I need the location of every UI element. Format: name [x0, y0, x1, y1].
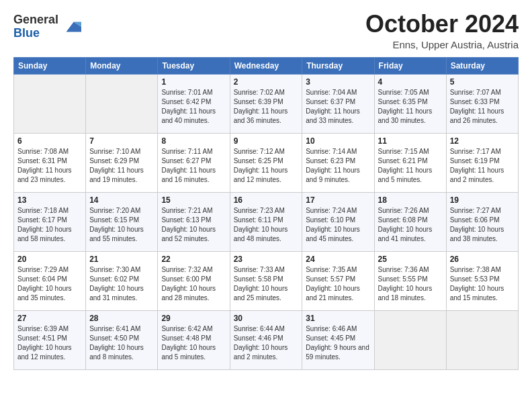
header: General Blue October 2024 Enns, Upper Au…	[13, 11, 519, 50]
calendar-cell: 10Sunrise: 7:14 AM Sunset: 6:23 PM Dayli…	[302, 133, 374, 192]
day-detail: Sunrise: 7:18 AM Sunset: 6:17 PM Dayligh…	[17, 206, 82, 244]
day-detail: Sunrise: 7:23 AM Sunset: 6:11 PM Dayligh…	[234, 206, 299, 244]
day-detail: Sunrise: 7:08 AM Sunset: 6:31 PM Dayligh…	[17, 147, 82, 185]
calendar-body: 1Sunrise: 7:01 AM Sunset: 6:42 PM Daylig…	[14, 74, 519, 369]
calendar-header: SundayMondayTuesdayWednesdayThursdayFrid…	[14, 57, 519, 74]
week-row-2: 6Sunrise: 7:08 AM Sunset: 6:31 PM Daylig…	[14, 133, 519, 192]
calendar-page: General Blue October 2024 Enns, Upper Au…	[0, 0, 532, 411]
calendar-cell	[86, 74, 158, 133]
day-number: 18	[378, 195, 443, 205]
day-number: 1	[161, 77, 226, 87]
day-number: 23	[234, 255, 299, 264]
calendar-table: SundayMondayTuesdayWednesdayThursdayFrid…	[13, 57, 519, 370]
calendar-cell: 28Sunrise: 6:41 AM Sunset: 4:50 PM Dayli…	[86, 310, 158, 369]
col-header-wednesday: Wednesday	[230, 57, 302, 74]
day-number: 22	[161, 255, 226, 264]
calendar-cell: 2Sunrise: 7:02 AM Sunset: 6:39 PM Daylig…	[230, 74, 302, 133]
calendar-cell: 31Sunrise: 6:46 AM Sunset: 4:45 PM Dayli…	[302, 310, 374, 369]
logo-blue: Blue	[13, 27, 58, 40]
day-detail: Sunrise: 6:44 AM Sunset: 4:46 PM Dayligh…	[234, 324, 299, 362]
day-detail: Sunrise: 7:20 AM Sunset: 6:15 PM Dayligh…	[89, 206, 154, 244]
day-number: 29	[161, 314, 226, 323]
calendar-cell: 22Sunrise: 7:32 AM Sunset: 6:00 PM Dayli…	[158, 251, 230, 310]
calendar-cell: 1Sunrise: 7:01 AM Sunset: 6:42 PM Daylig…	[158, 74, 230, 133]
day-detail: Sunrise: 7:14 AM Sunset: 6:23 PM Dayligh…	[306, 147, 370, 185]
logo-icon	[61, 17, 81, 37]
calendar-cell: 29Sunrise: 6:42 AM Sunset: 4:48 PM Dayli…	[158, 310, 230, 369]
day-number: 8	[161, 136, 226, 146]
day-number: 2	[234, 77, 299, 87]
day-detail: Sunrise: 7:11 AM Sunset: 6:27 PM Dayligh…	[161, 147, 226, 185]
day-number: 24	[306, 255, 370, 264]
calendar-cell: 15Sunrise: 7:21 AM Sunset: 6:13 PM Dayli…	[158, 192, 230, 251]
calendar-cell	[14, 74, 86, 133]
day-number: 6	[17, 136, 82, 146]
col-header-tuesday: Tuesday	[158, 57, 230, 74]
week-row-3: 13Sunrise: 7:18 AM Sunset: 6:17 PM Dayli…	[14, 192, 519, 251]
calendar-cell: 6Sunrise: 7:08 AM Sunset: 6:31 PM Daylig…	[14, 133, 86, 192]
calendar-cell: 21Sunrise: 7:30 AM Sunset: 6:02 PM Dayli…	[86, 251, 158, 310]
day-detail: Sunrise: 7:32 AM Sunset: 6:00 PM Dayligh…	[161, 265, 226, 303]
calendar-cell: 5Sunrise: 7:07 AM Sunset: 6:33 PM Daylig…	[446, 74, 518, 133]
day-number: 4	[378, 77, 443, 87]
day-detail: Sunrise: 7:30 AM Sunset: 6:02 PM Dayligh…	[89, 265, 154, 303]
day-number: 3	[306, 77, 370, 87]
calendar-cell: 26Sunrise: 7:38 AM Sunset: 5:53 PM Dayli…	[446, 251, 518, 310]
day-detail: Sunrise: 6:46 AM Sunset: 4:45 PM Dayligh…	[306, 324, 370, 362]
day-number: 16	[234, 195, 299, 205]
day-number: 5	[450, 77, 515, 87]
col-header-monday: Monday	[86, 57, 158, 74]
day-number: 30	[234, 314, 299, 323]
col-header-saturday: Saturday	[446, 57, 518, 74]
calendar-cell: 23Sunrise: 7:33 AM Sunset: 5:58 PM Dayli…	[230, 251, 302, 310]
day-detail: Sunrise: 6:42 AM Sunset: 4:48 PM Dayligh…	[161, 324, 226, 362]
day-number: 9	[234, 136, 299, 146]
day-detail: Sunrise: 7:24 AM Sunset: 6:10 PM Dayligh…	[306, 206, 370, 244]
day-number: 7	[89, 136, 154, 146]
logo-general: General	[13, 13, 58, 27]
day-detail: Sunrise: 7:27 AM Sunset: 6:06 PM Dayligh…	[450, 206, 515, 244]
col-header-thursday: Thursday	[302, 57, 374, 74]
week-row-5: 27Sunrise: 6:39 AM Sunset: 4:51 PM Dayli…	[14, 310, 519, 369]
calendar-cell: 30Sunrise: 6:44 AM Sunset: 4:46 PM Dayli…	[230, 310, 302, 369]
calendar-cell: 3Sunrise: 7:04 AM Sunset: 6:37 PM Daylig…	[302, 74, 374, 133]
day-detail: Sunrise: 7:05 AM Sunset: 6:35 PM Dayligh…	[378, 88, 443, 126]
week-row-1: 1Sunrise: 7:01 AM Sunset: 6:42 PM Daylig…	[14, 74, 519, 133]
day-number: 25	[378, 255, 443, 264]
calendar-cell: 8Sunrise: 7:11 AM Sunset: 6:27 PM Daylig…	[158, 133, 230, 192]
calendar-cell: 4Sunrise: 7:05 AM Sunset: 6:35 PM Daylig…	[374, 74, 446, 133]
day-detail: Sunrise: 7:12 AM Sunset: 6:25 PM Dayligh…	[234, 147, 299, 185]
calendar-cell: 12Sunrise: 7:17 AM Sunset: 6:19 PM Dayli…	[446, 133, 518, 192]
day-number: 15	[161, 195, 226, 205]
calendar-cell: 18Sunrise: 7:26 AM Sunset: 6:08 PM Dayli…	[374, 192, 446, 251]
calendar-cell: 7Sunrise: 7:10 AM Sunset: 6:29 PM Daylig…	[86, 133, 158, 192]
day-number: 21	[89, 255, 154, 264]
day-detail: Sunrise: 7:26 AM Sunset: 6:08 PM Dayligh…	[378, 206, 443, 244]
day-number: 10	[306, 136, 370, 146]
day-detail: Sunrise: 7:17 AM Sunset: 6:19 PM Dayligh…	[450, 147, 515, 185]
calendar-cell: 17Sunrise: 7:24 AM Sunset: 6:10 PM Dayli…	[302, 192, 374, 251]
day-detail: Sunrise: 7:07 AM Sunset: 6:33 PM Dayligh…	[450, 88, 515, 126]
day-detail: Sunrise: 7:35 AM Sunset: 5:57 PM Dayligh…	[306, 265, 370, 303]
calendar-cell: 25Sunrise: 7:36 AM Sunset: 5:55 PM Dayli…	[374, 251, 446, 310]
day-number: 19	[450, 195, 515, 205]
title-area: October 2024 Enns, Upper Austria, Austri…	[365, 11, 519, 50]
day-detail: Sunrise: 6:41 AM Sunset: 4:50 PM Dayligh…	[89, 324, 154, 362]
calendar-cell: 27Sunrise: 6:39 AM Sunset: 4:51 PM Dayli…	[14, 310, 86, 369]
day-detail: Sunrise: 7:21 AM Sunset: 6:13 PM Dayligh…	[161, 206, 226, 244]
col-header-sunday: Sunday	[14, 57, 86, 74]
day-detail: Sunrise: 7:29 AM Sunset: 6:04 PM Dayligh…	[17, 265, 82, 303]
day-detail: Sunrise: 7:02 AM Sunset: 6:39 PM Dayligh…	[234, 88, 299, 126]
day-detail: Sunrise: 6:39 AM Sunset: 4:51 PM Dayligh…	[17, 324, 82, 362]
calendar-cell: 11Sunrise: 7:15 AM Sunset: 6:21 PM Dayli…	[374, 133, 446, 192]
day-number: 12	[450, 136, 515, 146]
week-row-4: 20Sunrise: 7:29 AM Sunset: 6:04 PM Dayli…	[14, 251, 519, 310]
header-row: SundayMondayTuesdayWednesdayThursdayFrid…	[14, 57, 519, 74]
logo: General Blue	[13, 13, 81, 40]
calendar-cell: 19Sunrise: 7:27 AM Sunset: 6:06 PM Dayli…	[446, 192, 518, 251]
calendar-cell: 13Sunrise: 7:18 AM Sunset: 6:17 PM Dayli…	[14, 192, 86, 251]
calendar-cell	[446, 310, 518, 369]
calendar-cell: 9Sunrise: 7:12 AM Sunset: 6:25 PM Daylig…	[230, 133, 302, 192]
logo-text: General Blue	[13, 13, 58, 40]
day-number: 28	[89, 314, 154, 323]
